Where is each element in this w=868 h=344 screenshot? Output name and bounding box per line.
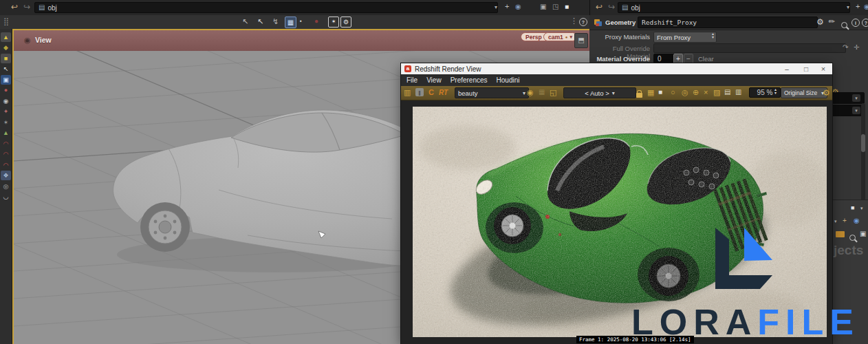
crop-icon[interactable]: ◱ (550, 89, 556, 96)
search-icon[interactable] (841, 22, 847, 28)
rt-toggle[interactable]: RT (439, 89, 448, 96)
info-icon[interactable]: i (851, 19, 860, 27)
gear-icon[interactable]: ⚙ (816, 18, 824, 26)
pause-icon[interactable]: ❚ (415, 88, 424, 96)
search-icon[interactable] (849, 235, 856, 241)
view-tool-icon[interactable]: ↖ (242, 18, 248, 25)
select-arrow-icon[interactable]: ↖ (1, 64, 11, 74)
view-state-icon[interactable]: ● (1, 85, 11, 95)
character-pick-icon[interactable]: ◳ (552, 3, 558, 10)
back-icon[interactable]: ↩ (11, 3, 18, 11)
menu-houdini[interactable]: Houdini (497, 76, 520, 84)
translate-tool-icon[interactable]: ↯ (272, 18, 279, 25)
snap-cube-icon[interactable]: ▣ (540, 3, 546, 10)
lock-icon[interactable] (636, 93, 642, 98)
checker-icon[interactable]: ▨ (713, 89, 720, 96)
path-field[interactable]: ▤ obj (618, 2, 850, 13)
box-select-icon[interactable]: ▦ (285, 17, 296, 28)
brush-icon[interactable]: ✎ (827, 17, 836, 26)
chevron-down-icon[interactable]: ▾ (860, 206, 863, 211)
scrollbar-thumb[interactable] (861, 134, 865, 152)
pin-icon[interactable]: + (505, 3, 509, 10)
path-dropdown-icon[interactable]: ▾ (495, 5, 497, 10)
remove-item-button[interactable]: − (684, 54, 693, 64)
layout-tool-icon[interactable]: ▲ (1, 32, 11, 42)
viewport-camera-icon[interactable]: ◉ (24, 36, 31, 44)
region-circle-icon[interactable]: ○ (671, 89, 675, 96)
radial-menu-icon[interactable]: ◉ (854, 217, 860, 224)
pane-handle-icon[interactable]: ⣿ (3, 18, 9, 25)
forward-icon[interactable]: ↪ (608, 3, 615, 11)
path-field[interactable]: ▤ obj (34, 2, 498, 13)
bucket-dropdown[interactable]: < Auto >▾ (563, 87, 636, 98)
viewport-layout-button[interactable]: ⬒ (574, 33, 588, 48)
matte-swatch-icon[interactable]: ■ (658, 89, 662, 96)
settings-badge-icon[interactable]: ⚙ (340, 17, 351, 28)
menu-view[interactable]: View (426, 76, 442, 84)
secure-selection-icon[interactable]: ● (314, 18, 318, 25)
path-dropdown-icon[interactable]: ▾ (847, 5, 849, 10)
menu-preferences[interactable]: Preferences (451, 76, 488, 84)
camera-select-button[interactable]: cam1●▾ (543, 32, 577, 41)
proxy-materials-spinner[interactable]: ▴▾ (712, 32, 714, 40)
pin-icon[interactable]: + (856, 3, 860, 10)
help-icon[interactable]: ? (579, 18, 587, 26)
full-override-field[interactable] (653, 43, 846, 53)
op-path-icon[interactable]: ✛ (854, 44, 859, 51)
grid-dim-icon[interactable]: ▦ (539, 89, 545, 96)
select-tool-icon[interactable]: ↖ (257, 18, 263, 25)
maximize-button[interactable]: □ (799, 65, 814, 74)
forward-icon[interactable]: ↪ (23, 3, 30, 11)
magnet-tool-icon[interactable]: ◠ (1, 139, 11, 149)
snap-tool-icon[interactable]: ◆ (1, 43, 11, 52)
magnet-soft-icon[interactable]: ◠ (1, 149, 11, 159)
radial-menu-icon[interactable]: ◉ (864, 3, 868, 10)
target-tool-icon[interactable]: ◎ (1, 182, 11, 191)
gear-icon[interactable]: ⚙ (823, 89, 830, 97)
minimize-button[interactable]: – (779, 65, 794, 74)
terrain-tool-icon[interactable]: ▲ (1, 128, 11, 138)
color-swatch[interactable]: ■ (565, 3, 569, 10)
layer-b-icon[interactable]: ▥ (735, 89, 741, 96)
pose-tool-icon[interactable]: ◉ (1, 96, 11, 106)
refresh-icon[interactable]: C (428, 88, 434, 96)
handles-badge-icon[interactable]: ✶ (328, 17, 339, 28)
close-region-icon[interactable]: × (704, 89, 708, 96)
grid-snap-icon[interactable]: ■ (1, 54, 11, 63)
node-name-field[interactable]: Redshift_Proxy (638, 17, 818, 28)
menu-file[interactable]: File (406, 76, 417, 84)
size-dropdown[interactable]: Original Size▾ (781, 87, 827, 98)
magnet-hard-icon[interactable]: ◠ (1, 160, 11, 170)
layer-a-icon[interactable]: ▤ (724, 89, 730, 96)
snapshot-icon[interactable]: ▣ (860, 230, 866, 237)
arc-tool-icon[interactable]: ◡ (1, 192, 11, 202)
back-icon[interactable]: ↩ (596, 3, 603, 11)
add-item-button[interactable]: + (673, 54, 683, 64)
proxy-materials-dropdown[interactable]: From Proxy (653, 32, 717, 43)
snapshot-icon[interactable]: ▥ (404, 89, 411, 96)
paint-tool-icon[interactable]: ✦ (1, 107, 11, 116)
clear-button[interactable]: Clear (698, 55, 714, 63)
target-icon[interactable]: ⊕ (693, 89, 699, 96)
radial-menu-icon[interactable]: ◉ (515, 3, 521, 10)
window-title-bar[interactable]: a Redshift Render View – □ × (401, 63, 832, 74)
gem-tool-icon[interactable]: ❖ (1, 171, 11, 180)
redshift-render-view-window[interactable]: a Redshift Render View – □ × File View P… (401, 63, 832, 344)
render-image[interactable] (413, 107, 827, 337)
revert-icon[interactable]: ↷ (843, 44, 848, 51)
help-icon[interactable]: ? (862, 19, 868, 27)
folder-icon[interactable] (836, 231, 845, 237)
display-options-icon[interactable]: ⋮ (570, 17, 578, 25)
zoom-spinner[interactable]: ▴▾ (774, 88, 777, 96)
chevron-down-icon[interactable]: ▾ (834, 219, 837, 224)
aov-dropdown[interactable]: beauty▾ (455, 87, 529, 98)
select-mode-icon[interactable]: ▪ (300, 19, 302, 24)
pin-icon[interactable]: + (843, 217, 847, 224)
aov-dot-icon[interactable]: ◉ (527, 89, 534, 96)
swatch-icon[interactable]: ■ (851, 205, 854, 211)
lock-icon[interactable]: ▣ (1, 75, 11, 85)
sculpt-tool-icon[interactable]: ✶ (1, 118, 11, 127)
close-button[interactable]: × (816, 65, 831, 74)
grid-icon[interactable]: ▦ (647, 89, 654, 96)
focus-circle-icon[interactable]: ◎ (682, 89, 688, 96)
